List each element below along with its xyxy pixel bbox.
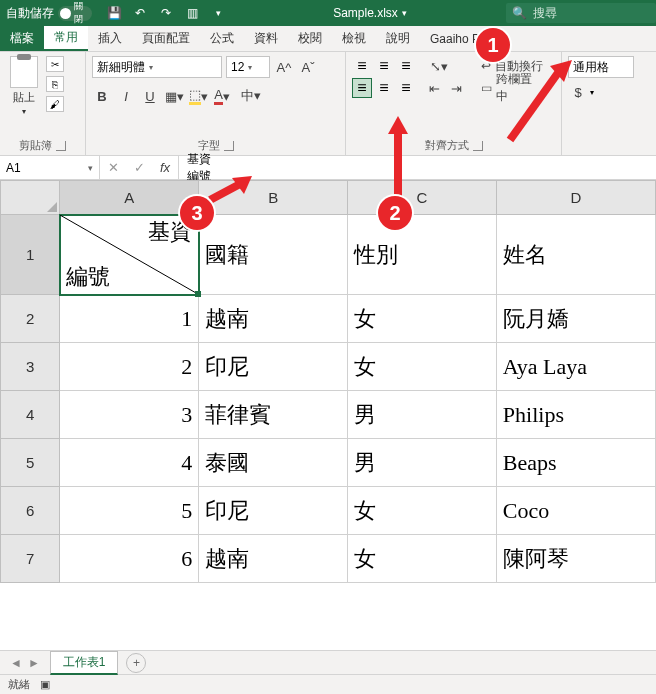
formula-bar: A1▾ ✕ ✓ fx 基資 編號 [0,156,656,180]
format-painter-button[interactable]: 🖌 [46,96,64,112]
cell[interactable]: 2 [60,343,199,391]
align-top-left-button[interactable]: ≡ [352,56,372,76]
column-header[interactable]: C [348,181,497,215]
paste-button[interactable]: 貼上 ▾ [6,56,42,116]
tab-insert[interactable]: 插入 [88,26,132,51]
sheet-next-icon[interactable]: ► [28,656,40,670]
cell[interactable]: 印尼 [199,487,348,535]
cell[interactable]: Beaps [496,439,655,487]
autosave-toggle[interactable]: 自動儲存 關閉 [0,5,98,22]
cell[interactable]: 阮月嬌 [496,295,655,343]
fill-handle[interactable] [195,291,201,297]
align-middle-right-button[interactable]: ≡ [396,78,416,98]
row-header[interactable]: 1 [1,215,60,295]
cut-button[interactable]: ✂ [46,56,64,72]
cell[interactable]: 泰國 [199,439,348,487]
cell[interactable]: 女 [348,343,497,391]
tab-layout[interactable]: 頁面配置 [132,26,200,51]
cell[interactable]: 菲律賓 [199,391,348,439]
align-middle-left-button[interactable]: ≡ [352,78,372,98]
decrease-font-button[interactable]: Aˇ [298,57,318,77]
copy-button[interactable]: ⎘ [46,76,64,92]
confirm-edit-button[interactable]: ✓ [126,156,152,179]
orientation-button[interactable]: ⤡▾ [424,56,454,76]
name-box[interactable]: A1▾ [0,156,100,179]
align-middle-center-button[interactable]: ≡ [374,78,394,98]
cell[interactable]: 3 [60,391,199,439]
cell[interactable]: 5 [60,487,199,535]
phonetic-button[interactable]: 中▾ [236,86,266,106]
dialog-launcher-icon[interactable] [56,141,66,151]
dialog-launcher-icon[interactable] [224,141,234,151]
tab-review[interactable]: 校閱 [288,26,332,51]
sheet-tab-bar: ◄ ► 工作表1 + [0,650,656,674]
cell[interactable]: 男 [348,439,497,487]
row-header[interactable]: 4 [1,391,60,439]
cell[interactable]: 6 [60,535,199,583]
cell-a1[interactable]: 基資 編號 [60,215,199,295]
title-bar: 自動儲存 關閉 💾 ↶ ↷ ▥ ▾ Sample.xlsx▾ 🔍 搜尋 [0,0,656,26]
cell[interactable]: 性別 [348,215,497,295]
callout-2: 2 [378,196,412,230]
cell[interactable]: Aya Laya [496,343,655,391]
border-button[interactable]: ▦▾ [164,86,184,106]
worksheet-grid[interactable]: A B C D 1 基資 編號 國籍 性別 姓名 21越南女阮月嬌 32印尼女A… [0,180,656,650]
sheet-tab[interactable]: 工作表1 [50,651,119,675]
tab-help[interactable]: 說明 [376,26,420,51]
row-header[interactable]: 3 [1,343,60,391]
increase-indent-button[interactable]: ⇥ [446,78,466,98]
cell[interactable]: 女 [348,295,497,343]
cell[interactable]: 越南 [199,295,348,343]
row-header[interactable]: 2 [1,295,60,343]
bold-button[interactable]: B [92,86,112,106]
undo-icon[interactable]: ↶ [132,5,148,21]
decrease-indent-button[interactable]: ⇤ [424,78,444,98]
macro-record-icon[interactable]: ▣ [40,678,50,691]
search-input[interactable]: 🔍 搜尋 [506,3,656,23]
font-size-combo[interactable]: 12▾ [226,56,270,78]
cell[interactable]: 女 [348,487,497,535]
insert-function-button[interactable]: fx [152,156,178,179]
cell[interactable]: 1 [60,295,199,343]
sheet-prev-icon[interactable]: ◄ [10,656,22,670]
cell[interactable]: 4 [60,439,199,487]
redo-icon[interactable]: ↷ [158,5,174,21]
cancel-edit-button[interactable]: ✕ [100,156,126,179]
row-header[interactable]: 6 [1,487,60,535]
cell[interactable]: 陳阿琴 [496,535,655,583]
dialog-launcher-icon[interactable] [473,141,483,151]
add-sheet-button[interactable]: + [126,653,146,673]
touch-mode-icon[interactable]: ▥ [184,5,200,21]
row-header[interactable]: 7 [1,535,60,583]
tab-view[interactable]: 檢視 [332,26,376,51]
select-all-corner[interactable] [1,181,60,215]
cell[interactable]: Philips [496,391,655,439]
tab-home[interactable]: 常用 [44,26,88,51]
save-icon[interactable]: 💾 [106,5,122,21]
cell[interactable]: 男 [348,391,497,439]
column-header[interactable]: A [60,181,199,215]
cell[interactable]: 越南 [199,535,348,583]
underline-button[interactable]: U [140,86,160,106]
font-name-combo[interactable]: 新細明體▾ [92,56,222,78]
font-color-button[interactable]: A▾ [212,86,232,106]
align-top-right-button[interactable]: ≡ [396,56,416,76]
column-header[interactable]: D [496,181,655,215]
clipboard-icon [17,54,31,60]
merge-icon: ▭ [481,81,492,95]
align-top-center-button[interactable]: ≡ [374,56,394,76]
cell[interactable]: 印尼 [199,343,348,391]
cell[interactable]: 國籍 [199,215,348,295]
tab-data[interactable]: 資料 [244,26,288,51]
tab-formulas[interactable]: 公式 [200,26,244,51]
qat-more-icon[interactable]: ▾ [210,5,226,21]
cell[interactable]: 姓名 [496,215,655,295]
callout-1: 1 [476,28,510,62]
tab-file[interactable]: 檔案 [0,26,44,51]
fill-color-button[interactable]: ⬚▾ [188,86,208,106]
increase-font-button[interactable]: A^ [274,57,294,77]
cell[interactable]: 女 [348,535,497,583]
italic-button[interactable]: I [116,86,136,106]
cell[interactable]: Coco [496,487,655,535]
row-header[interactable]: 5 [1,439,60,487]
